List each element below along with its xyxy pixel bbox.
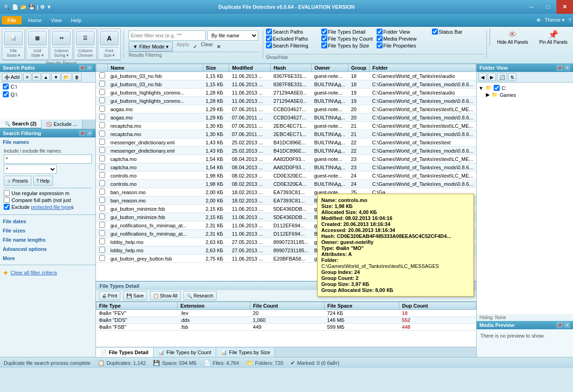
folder-sort-btn[interactable]: ⇅ (508, 73, 516, 81)
col-header-name[interactable]: Name (108, 64, 203, 72)
menu-help[interactable]: Help (66, 16, 86, 24)
col-header-modified[interactable]: Modified (229, 64, 271, 72)
row-check[interactable] (96, 105, 108, 113)
more-section[interactable]: More (0, 254, 95, 263)
table-row[interactable]: aogas.mo 1,29 КБ 07.06.2011 ... CCBD3462… (96, 105, 476, 113)
row-check[interactable] (96, 147, 108, 155)
ft-table-row[interactable]: Файл "FEV" .fev 20 724 КБ 18 (96, 310, 476, 317)
bottom-tab-detail[interactable]: 📄 File Types Detail (96, 348, 154, 357)
chk-search-filtering[interactable]: Search Filtering (266, 42, 318, 48)
minimize-button[interactable]: ─ (523, 0, 540, 14)
bottom-tab-count[interactable]: 📊 File Types by Count (154, 348, 216, 357)
table-row[interactable]: messenger_dndictionary.xml 1,43 КБ 25.02… (96, 147, 476, 155)
path-item-c[interactable]: C:\ (0, 83, 95, 90)
filter-mode-button[interactable]: ▼ Filter Mode ▾ (129, 42, 173, 52)
clear-button[interactable]: Clear (199, 42, 215, 52)
ft-table-row[interactable]: Файл "FSB" .fsb 449 599 МБ 448 (96, 324, 476, 331)
ft-col-space[interactable]: File Space (324, 302, 399, 310)
table-row[interactable]: messenger_dndictionary.xml 1,43 КБ 25.02… (96, 138, 476, 147)
chk-media-preview[interactable]: Media Preview (377, 36, 428, 42)
ft-col-ext[interactable]: Extension (177, 302, 250, 310)
clear-all-link[interactable]: Clear all filter critiera (11, 270, 57, 275)
row-check[interactable] (96, 205, 108, 213)
row-check[interactable] (96, 221, 108, 230)
filter-by-dropdown[interactable]: By file name (207, 30, 258, 41)
row-check[interactable] (96, 188, 108, 196)
table-row[interactable]: gui_buttons_03_no.fsb 1,15 КБ 11.06.2013… (96, 80, 476, 89)
chk-protected[interactable] (4, 204, 10, 210)
print-button[interactable]: 🖨 Print (99, 291, 120, 300)
file-name-lengths-section[interactable]: File name lengths (0, 235, 95, 244)
table-row[interactable]: captcha.mo 1,54 КБ 08.04.2013 ... AA82D0… (96, 155, 476, 163)
column-sizing-btn[interactable]: ⇔ (52, 31, 71, 45)
row-check[interactable] (96, 80, 108, 89)
settings-icon[interactable]: ⚙ (40, 4, 45, 10)
row-check[interactable] (96, 238, 108, 246)
menu-file[interactable]: File (2, 16, 22, 24)
row-check[interactable] (96, 255, 108, 263)
file-sizes-section[interactable]: File sizes (0, 226, 95, 235)
help-button[interactable]: ? Help (33, 176, 53, 186)
add-path-button[interactable]: ➕ Add (2, 73, 22, 81)
table-row[interactable]: recaptcha.mo 1,30 КБ 07.06.2011 ... 2EBC… (96, 122, 476, 130)
path-checkbox-q[interactable] (3, 91, 9, 97)
tree-item-games[interactable]: ▶ 📁 Games (486, 91, 571, 98)
chk-fullpath[interactable] (4, 197, 10, 203)
row-check[interactable] (96, 196, 108, 205)
column-chooser-btn[interactable]: ☰ (76, 31, 95, 45)
row-check[interactable] (96, 172, 108, 180)
font-size-btn[interactable]: A (100, 31, 118, 45)
theme-menu[interactable]: Theme ▾ (545, 17, 565, 23)
file-names-dropdown[interactable]: * (4, 165, 57, 174)
path-item-q[interactable]: Q:\ (0, 90, 95, 98)
table-row[interactable]: controls.mo 1,98 КБ 08.02.2013 ... CD0E3… (96, 172, 476, 180)
file-sizes-btn[interactable]: 📊 (4, 31, 23, 45)
advanced-options-section[interactable]: Advanced options (0, 244, 95, 254)
grid-style-btn[interactable]: ▦ (28, 31, 47, 45)
presets-button[interactable]: ☆ Presets (4, 176, 31, 186)
table-row[interactable]: gui_buttons_03_no.fsb 1,15 КБ 11.06.2013… (96, 72, 476, 80)
row-check[interactable] (96, 89, 108, 97)
hide-all-panels-button[interactable]: 👁 Hide All Panels (494, 29, 532, 46)
row-check[interactable] (96, 138, 108, 147)
chk-status-bar[interactable]: Status Bar (432, 29, 484, 35)
show-all-button[interactable]: 📋 Show All (150, 291, 181, 300)
table-row[interactable]: aogas.mo 1,29 КБ 07.06.2011 ... CCBD3462… (96, 113, 476, 122)
row-check[interactable] (96, 155, 108, 163)
ft-col-count[interactable]: File Count (250, 302, 325, 310)
table-row[interactable]: captcha.mo 1,54 КБ 08.04.2013 ... AA82D0… (96, 163, 476, 172)
ft-col-dup[interactable]: Dup Count (399, 302, 476, 310)
search-paths-close-button[interactable]: ✕ (86, 65, 93, 71)
tree-item-root[interactable]: ▼ 📁 C: (478, 84, 571, 91)
row-check[interactable] (96, 122, 108, 130)
tab-exclude[interactable]: 🚫 Exclude ... (41, 119, 82, 129)
protected-link[interactable]: protected file type (31, 204, 71, 210)
row-check[interactable] (96, 230, 108, 238)
row-check[interactable] (96, 246, 108, 255)
chk-folder-view[interactable]: Folder View (377, 29, 428, 35)
file-names-input[interactable] (4, 154, 92, 164)
ft-table-row[interactable]: Файл "DDS" .dds 1,060 146 МБ 552 (96, 317, 476, 324)
table-row[interactable]: recaptcha.mo 1,30 КБ 07.06.2011 ... 2EBC… (96, 130, 476, 138)
file-dates-section[interactable]: File dates (0, 217, 95, 226)
menu-home[interactable]: Home (24, 16, 46, 24)
folder-refresh-btn[interactable]: 🔄 (497, 73, 507, 81)
search-filtering-close-button[interactable]: ✕ (86, 130, 93, 137)
menu-view[interactable]: View (46, 16, 66, 24)
row-check[interactable] (96, 213, 108, 221)
media-preview-pin-button[interactable]: 📌 (556, 322, 563, 328)
search-paths-pin-button[interactable]: 📌 (79, 65, 85, 71)
row-check[interactable] (96, 163, 108, 172)
path-checkbox-c[interactable] (3, 83, 9, 89)
browse-path-button[interactable]: 📂 (61, 73, 71, 81)
chk-file-properties[interactable]: File Properties (377, 42, 428, 48)
row-check[interactable] (96, 72, 108, 80)
ft-col-type[interactable]: File Type (96, 302, 177, 310)
chk-file-types-count[interactable]: File Types by Count (321, 36, 373, 42)
tab-search[interactable]: 🔍 Search (2) (0, 119, 41, 129)
folder-collapse-btn[interactable]: ◀ (478, 73, 487, 81)
close-button[interactable]: ✕ (556, 0, 573, 14)
row-check[interactable] (96, 130, 108, 138)
clear-path-button[interactable]: 🗑 (72, 73, 82, 81)
remove-path-button[interactable]: ✕ (23, 73, 31, 81)
